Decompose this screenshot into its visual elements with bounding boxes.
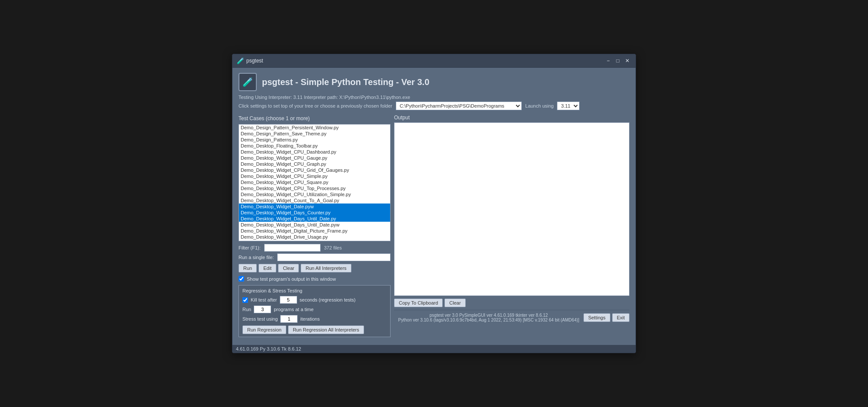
app-header: 🧪 psgtest - Simple Python Testing - Ver … xyxy=(239,73,629,91)
kill-test-checkbox[interactable] xyxy=(242,297,248,303)
run-programs-row: Run programs at a time xyxy=(242,305,387,313)
launch-select[interactable]: 3.11 xyxy=(557,102,580,110)
settings-exit-row: Settings Exit xyxy=(583,313,629,322)
run-all-button[interactable]: Run All Interpreters xyxy=(301,264,351,272)
run-regression-button[interactable]: Run Regression xyxy=(242,325,286,334)
test-cases-label: Test Cases (choose 1 or more) xyxy=(239,115,391,122)
list-item[interactable]: Demo_Desktop_Widget_Date.pyw xyxy=(239,204,390,210)
minimize-button[interactable]: − xyxy=(604,57,612,65)
main-area: Test Cases (choose 1 or more) Demo_Desig… xyxy=(239,115,629,341)
single-file-input[interactable] xyxy=(277,253,391,261)
copy-to-clipboard-button[interactable]: Copy To Clipboard xyxy=(394,299,443,307)
main-btn-row: Run Edit Clear Run All Interpreters xyxy=(239,264,391,272)
list-item[interactable]: Demo_Desktop_Widget_Drive_Usage.py xyxy=(239,234,390,240)
footer-line1: psgtest ver 3.0 PySimpleGUI ver 4.61.0.1… xyxy=(394,313,583,318)
list-item[interactable]: Demo_Desktop_Widget_Drive_Usage_Gauges.p… xyxy=(239,240,390,241)
regression-group: Regression & Stress Testing Kill test af… xyxy=(239,285,391,337)
maximize-button[interactable]: □ xyxy=(614,57,622,65)
list-item[interactable]: Demo_Desktop_Widget_CPU_Utilization_Simp… xyxy=(239,191,390,197)
list-item[interactable]: Demo_Desktop_Floating_Toolbar.py xyxy=(239,143,390,149)
show-output-row: Show test program's output in this windo… xyxy=(239,276,391,282)
list-item[interactable]: Demo_Desktop_Widget_CPU_Simple.py xyxy=(239,173,390,179)
clear-button[interactable]: Clear xyxy=(278,264,299,272)
regression-title: Regression & Stress Testing xyxy=(242,288,387,293)
list-item[interactable]: Demo_Desktop_Widget_CPU_Top_Processes.py xyxy=(239,185,390,191)
show-output-checkbox[interactable] xyxy=(239,276,244,282)
footer-row: psgtest ver 3.0 PySimpleGUI ver 4.61.0.1… xyxy=(394,310,629,322)
regression-btn-row: Run Regression Run Regression All Interp… xyxy=(242,325,387,334)
list-item[interactable]: Demo_Design_Pattern_Save_Theme.py xyxy=(239,131,390,137)
interpreter-info: Testing Using Interpreter: 3.11 Interpre… xyxy=(239,95,629,100)
app-title: psgtest - Simple Python Testing - Ver 3.… xyxy=(262,77,429,87)
edit-button[interactable]: Edit xyxy=(258,264,276,272)
list-item[interactable]: Demo_Desktop_Widget_Count_To_A_Goal.py xyxy=(239,197,390,204)
single-file-label: Run a single file: xyxy=(239,255,274,260)
filter-label: Filter (F1): xyxy=(239,245,261,250)
list-item[interactable]: Demo_Desktop_Widget_Days_Until_Date.pyw xyxy=(239,222,390,228)
content-area: 🧪 psgtest - Simple Python Testing - Ver … xyxy=(232,68,636,345)
output-label: Output xyxy=(394,115,629,121)
single-file-row: Run a single file: xyxy=(239,253,391,261)
app-icon-large: 🧪 xyxy=(239,73,257,91)
stress-value-input[interactable] xyxy=(280,315,298,323)
list-item[interactable]: Demo_Desktop_Widget_Digital_Picture_Fram… xyxy=(239,228,390,234)
filter-row: Filter (F1): 372 files xyxy=(239,244,391,252)
kill-label: Kill test after xyxy=(251,297,277,302)
list-item[interactable]: Demo_Design_Patterns.py xyxy=(239,137,390,143)
launch-label: Launch using xyxy=(525,103,553,108)
output-area[interactable] xyxy=(394,122,629,296)
kill-value-input[interactable] xyxy=(280,296,297,304)
list-item[interactable]: Demo_Desktop_Widget_Days_Counter.py xyxy=(239,210,390,216)
list-item[interactable]: Demo_Desktop_Widget_CPU_Dashboard.py xyxy=(239,149,390,155)
folder-label: Click settings to set top of your tree o… xyxy=(239,103,392,108)
list-item[interactable]: Demo_Desktop_Widget_CPU_Grid_Of_Gauges.p… xyxy=(239,167,390,173)
list-item[interactable]: Demo_Desktop_Widget_CPU_Gauge.py xyxy=(239,155,390,161)
right-panel: Output Copy To Clipboard Clear psgtest v… xyxy=(394,115,629,341)
run-programs-suffix: programs at a time xyxy=(274,307,314,312)
show-output-label: Show test program's output in this windo… xyxy=(247,276,336,282)
kill-suffix: seconds (regression tests) xyxy=(300,297,356,302)
status-bar: 4.61.0.169 Py 3.10.6 Tk 8.6.12 xyxy=(232,345,636,353)
list-item[interactable]: Demo_Desktop_Widget_CPU_Square.py xyxy=(239,179,390,185)
list-item[interactable]: Demo_Desktop_Widget_Days_Until_Date.py xyxy=(239,216,390,222)
output-btn-row: Copy To Clipboard Clear xyxy=(394,299,629,307)
stress-suffix: iterations xyxy=(300,316,320,322)
test-cases-listbox[interactable]: Demo_Design_Pattern_Persistent_Window.py… xyxy=(239,124,391,241)
filter-input[interactable] xyxy=(264,244,321,252)
file-count: 372 files xyxy=(324,245,342,250)
kill-test-row: Kill test after seconds (regression test… xyxy=(242,296,387,304)
folder-row: Click settings to set top of your tree o… xyxy=(239,102,629,110)
output-clear-button[interactable]: Clear xyxy=(444,299,465,307)
folder-select[interactable]: C:\Python\PycharmProjects\PSG\DemoProgra… xyxy=(396,102,522,110)
list-item[interactable]: Demo_Design_Pattern_Persistent_Window.py xyxy=(239,125,390,131)
exit-button[interactable]: Exit xyxy=(612,313,629,322)
title-bar-left: 🧪 psgtest xyxy=(237,57,263,64)
title-bar: 🧪 psgtest − □ ✕ xyxy=(232,54,636,68)
footer-line2: Python ver 3.10.6 (tags/v3.10.6:9c7b4bd,… xyxy=(394,318,583,322)
run-regression-all-button[interactable]: Run Regression All Interpreters xyxy=(288,325,364,334)
stress-label: Stress test using xyxy=(242,316,278,322)
run-button[interactable]: Run xyxy=(239,264,257,272)
stress-test-row: Stress test using iterations xyxy=(242,315,387,323)
title-bar-controls: − □ ✕ xyxy=(604,57,631,65)
left-panel: Test Cases (choose 1 or more) Demo_Desig… xyxy=(239,115,391,341)
close-button[interactable]: ✕ xyxy=(623,57,631,65)
run-programs-label: Run xyxy=(242,307,251,312)
settings-button[interactable]: Settings xyxy=(583,313,610,322)
status-text: 4.61.0.169 Py 3.10.6 Tk 8.6.12 xyxy=(236,346,301,351)
window-title: psgtest xyxy=(246,58,263,64)
footer-info: psgtest ver 3.0 PySimpleGUI ver 4.61.0.1… xyxy=(394,313,583,322)
run-programs-input[interactable] xyxy=(254,305,271,313)
list-item[interactable]: Demo_Desktop_Widget_CPU_Graph.py xyxy=(239,161,390,167)
main-window: 🧪 psgtest − □ ✕ 🧪 psgtest - Simple Pytho… xyxy=(232,54,636,353)
app-icon-small: 🧪 xyxy=(237,57,244,64)
